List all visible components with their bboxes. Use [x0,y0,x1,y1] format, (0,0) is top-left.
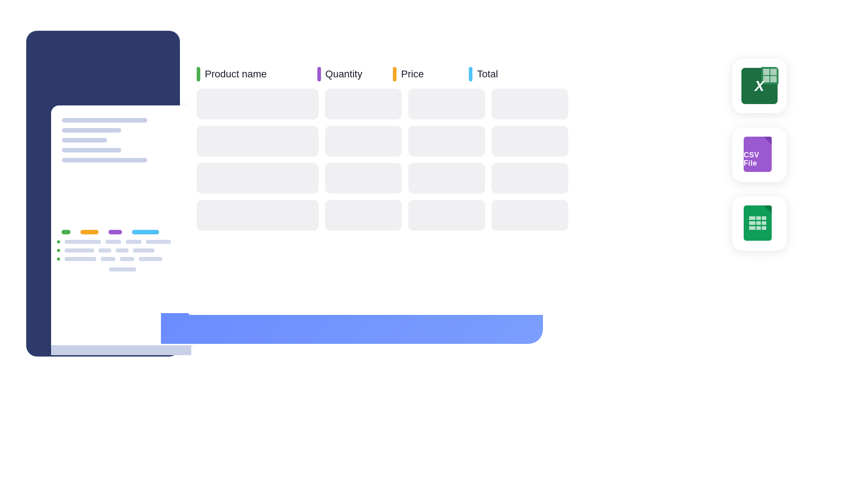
csv-doc: CSV File [744,137,772,172]
table-row [197,126,545,157]
purple-dot [108,230,122,234]
doc-line [62,138,107,143]
header-total: Total [469,67,545,81]
excel-icon-card[interactable]: X [732,59,787,113]
color-dots-row [61,230,159,234]
csv-icon-card[interactable]: CSV File [732,128,787,182]
doc-line [62,158,147,162]
cell-product [197,163,319,194]
table-row [197,200,545,231]
cell-product [197,126,319,157]
cell-price [408,163,485,194]
table-body [188,89,554,231]
table-row [197,89,545,119]
mini-table [57,240,188,271]
cell-price [408,126,485,157]
excel-icon: X [741,68,778,104]
cell-price [408,89,485,119]
sheets-icon [744,205,775,242]
cell-quantity [325,89,402,119]
main-spreadsheet: Product name Quantity Price Total [188,31,554,315]
cell-total [491,89,568,119]
cell-quantity [325,126,402,157]
product-indicator [197,67,200,81]
table-row [197,163,545,194]
cell-product [197,200,319,231]
orange-dot [80,230,99,234]
sheets-doc [744,205,772,241]
csv-label: CSV File [744,151,772,167]
excel-bg: X [741,68,778,104]
csv-icon: CSV File [744,137,775,173]
doc-lines [51,105,191,181]
header-price: Price [393,67,469,81]
doc-line [62,148,121,152]
cell-total [491,200,568,231]
mini-row [57,248,188,252]
quantity-indicator [317,67,321,81]
bottom-blue-bar [161,313,543,344]
doc-bottom-bar [51,345,191,355]
cell-total [491,163,568,194]
price-indicator [393,67,396,81]
header-quantity: Quantity [317,67,393,81]
green-dot [61,230,71,234]
mini-row [57,240,188,244]
header-product-name: Product name [197,67,317,81]
table-headers: Product name Quantity Price Total [188,67,554,81]
cell-product [197,89,319,119]
cell-price [408,200,485,231]
cyan-dot [132,230,159,234]
total-indicator [469,67,472,81]
right-icon-group: X CSV File [732,59,787,251]
doc-line [62,128,121,133]
document-card [51,105,191,345]
google-sheets-icon-card[interactable] [732,196,787,251]
doc-line [62,118,147,123]
cell-quantity [325,163,402,194]
cell-quantity [325,200,402,231]
cell-total [491,126,568,157]
mini-row [57,257,188,261]
